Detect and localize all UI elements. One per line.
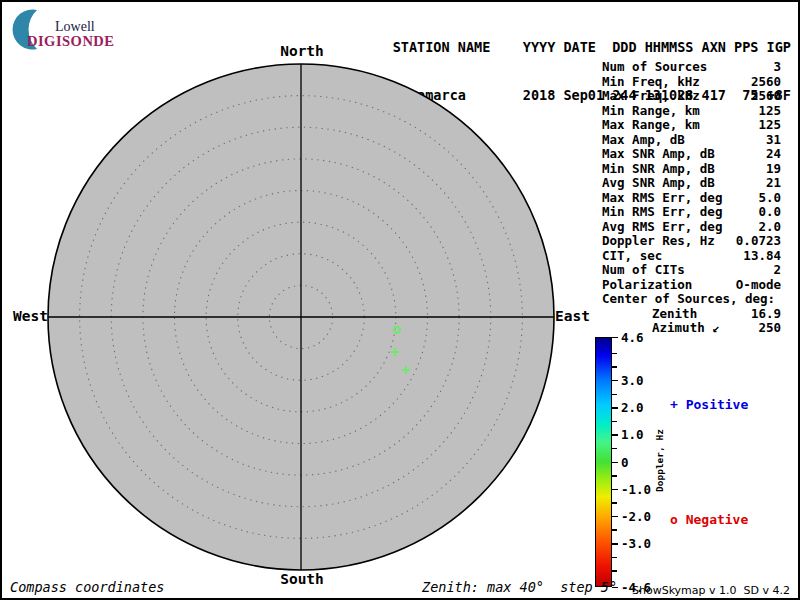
colorbar-tick-label: 0: [621, 456, 629, 469]
stats-row: Center of Sources, deg:: [602, 292, 781, 307]
colorbar-tick-label: 4.6: [621, 331, 644, 344]
header-columns-row: STATION NAME YYYY DATE DDD HHMMSS AXN PP…: [393, 39, 791, 55]
compass-label-north: North: [276, 43, 328, 59]
skymap-plot: [42, 58, 560, 576]
colorbar-tick-label: 3.0: [621, 374, 644, 387]
stat-label: Min Freq, kHz: [602, 75, 700, 90]
coordinates-mode-label: Compass coordinates: [10, 579, 164, 595]
stat-label: Num of CITs: [602, 263, 685, 278]
stat-label: Max SNR Amp, dB: [602, 147, 715, 162]
stats-row: CIT, sec13.84: [602, 249, 781, 264]
colorbar-axis-label: Doppler, Hz: [630, 432, 690, 492]
stats-row: Max Range, km125: [602, 118, 781, 133]
stat-value: 2560: [751, 75, 781, 90]
stats-row: Avg SNR Amp, dB21: [602, 176, 781, 191]
colorbar-major-tick: [612, 489, 618, 491]
stat-label: Max Range, km: [602, 118, 700, 133]
stat-value: 250: [758, 321, 781, 336]
stat-value: 5.0: [758, 191, 781, 206]
stat-label: Azimuth ↙: [602, 321, 720, 336]
stat-label: Num of Sources: [602, 60, 707, 75]
stat-value: 125: [758, 104, 781, 119]
stats-row: Max Freq, kHz2560: [602, 89, 781, 104]
stat-label: Min RMS Err, deg: [602, 205, 722, 220]
colorbar-major-tick: [612, 516, 618, 518]
colorbar-minor-tick: [612, 394, 617, 396]
stat-value: 21: [766, 176, 781, 191]
colorbar-major-tick: [612, 462, 618, 464]
stats-row: Num of CITs2: [602, 263, 781, 278]
stat-label: Max RMS Err, deg: [602, 191, 722, 206]
colorbar-major-tick: [612, 434, 618, 436]
stat-value: 0.0: [758, 205, 781, 220]
stat-value: 24: [766, 147, 781, 162]
colorbar-minor-tick: [612, 557, 617, 559]
stat-value: 125: [758, 118, 781, 133]
compass-label-west: West: [6, 308, 48, 324]
version-label: ShowSkymap v 1.0 SD v 4.2: [632, 584, 790, 597]
stat-label: Zenith: [602, 307, 697, 322]
stat-value: 19: [766, 162, 781, 177]
measurement-stats-panel: Num of Sources3Min Freq, kHz2560Max Freq…: [602, 60, 781, 336]
colorbar-minor-tick: [612, 570, 617, 572]
stat-label: Max Freq, kHz: [602, 89, 700, 104]
logo-digisonde-text: DIGISONDE: [27, 33, 115, 50]
stats-row: Min RMS Err, deg0.0: [602, 205, 781, 220]
stats-row: Doppler Res, Hz0.0723: [602, 234, 781, 249]
stat-value: 2560: [751, 89, 781, 104]
zenith-range-label: Zenith: max 40° step 5°: [422, 579, 617, 595]
colorbar-tick-label: -3.0: [621, 537, 651, 550]
stat-value: 16.9: [751, 307, 781, 322]
stats-row: Avg RMS Err, deg2.0: [602, 220, 781, 235]
stats-row: Max SNR Amp, dB24: [602, 147, 781, 162]
colorbar-tick-label: -2.0: [621, 510, 651, 523]
doppler-colorbar: 4.63.02.01.00-1.0-2.0-3.0-4.6: [595, 337, 612, 587]
colorbar-minor-tick: [612, 366, 617, 368]
colorbar-minor-tick: [612, 421, 617, 423]
stat-label: Max Amp, dB: [602, 133, 685, 148]
legend-positive: + Positive: [670, 397, 748, 412]
stat-value: 2: [773, 263, 781, 278]
showskymap-window: Lowell DIGISONDE STATION NAME YYYY DATE …: [0, 0, 800, 600]
colorbar-major-tick: [612, 337, 618, 339]
stats-row: Num of Sources3: [602, 60, 781, 75]
stat-label: Center of Sources, deg:: [602, 292, 775, 307]
compass-label-east: East: [555, 308, 605, 324]
stats-row: Max RMS Err, deg5.0: [602, 191, 781, 206]
colorbar-major-tick: [612, 543, 618, 545]
stat-value: 13.84: [743, 249, 781, 264]
stats-row: Min SNR Amp, dB19: [602, 162, 781, 177]
compass-label-south: South: [276, 571, 328, 587]
stat-label: CIT, sec: [602, 249, 662, 264]
stats-row: Max Amp, dB31: [602, 133, 781, 148]
colorbar-major-tick: [612, 380, 618, 382]
stat-label: Avg SNR Amp, dB: [602, 176, 715, 191]
colorbar-minor-tick: [612, 529, 617, 531]
stat-value: 0.0723: [736, 234, 781, 249]
colorbar-gradient: [595, 337, 612, 587]
stats-row: Zenith16.9: [602, 307, 781, 322]
stat-value: O-mode: [736, 278, 781, 293]
stat-label: Polarization: [602, 278, 692, 293]
colorbar-major-tick: [612, 407, 618, 409]
colorbar-tick-label: 2.0: [621, 401, 644, 414]
stat-label: Min SNR Amp, dB: [602, 162, 715, 177]
legend-negative: o Negative: [670, 512, 748, 527]
stat-value: 31: [766, 133, 781, 148]
lowell-digisonde-logo: Lowell DIGISONDE: [10, 6, 240, 48]
stats-row: PolarizationO-mode: [602, 278, 781, 293]
colorbar-minor-tick: [612, 448, 617, 450]
colorbar-minor-tick: [612, 475, 617, 477]
colorbar-minor-tick: [612, 353, 617, 355]
stat-label: Avg RMS Err, deg: [602, 220, 722, 235]
stats-row: Min Freq, kHz2560: [602, 75, 781, 90]
stat-label: Doppler Res, Hz: [602, 234, 715, 249]
stat-value: 2.0: [758, 220, 781, 235]
colorbar-minor-tick: [612, 502, 617, 504]
stat-value: 3: [773, 60, 781, 75]
stats-row: Min Range, km125: [602, 104, 781, 119]
stat-label: Min Range, km: [602, 104, 700, 119]
